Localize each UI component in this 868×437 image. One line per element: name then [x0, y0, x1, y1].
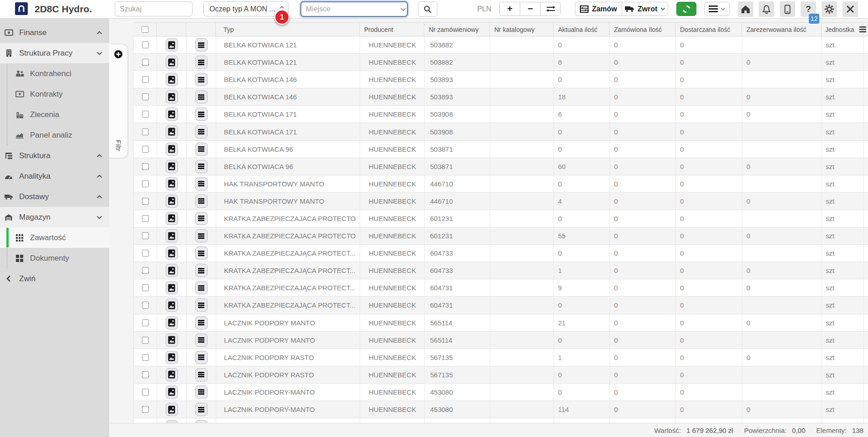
- column-header-dostarczana-ilosc[interactable]: Dostarczana ilość: [675, 23, 742, 36]
- row-checkbox[interactable]: [142, 319, 149, 326]
- row-image-button[interactable]: [166, 38, 178, 51]
- row-menu-button[interactable]: [195, 403, 208, 416]
- table-row[interactable]: BELKA KOTWIACA 171 HUENNEBECK 503908 6 0…: [134, 106, 868, 123]
- table-row[interactable]: BELKA KOTWIACA 121 HUENNEBECK 503882 0 0…: [134, 36, 868, 54]
- row-image-button[interactable]: [166, 56, 178, 69]
- order-button[interactable]: Zamów: [575, 2, 622, 16]
- row-checkbox[interactable]: [142, 284, 149, 291]
- table-row[interactable]: BELKA KOTWIACA 146 HUENNEBECK 503893 0 0…: [134, 71, 868, 88]
- sidebar-item-dokumenty[interactable]: Dokumenty: [0, 248, 109, 268]
- row-image-button[interactable]: [166, 90, 178, 103]
- row-checkbox[interactable]: [142, 389, 149, 396]
- sidebar-collapse[interactable]: Zwiń: [0, 268, 109, 289]
- table-row[interactable]: KRATKA ZABEZPIECZAJACA PROTECTO HUENNEBE…: [134, 210, 868, 227]
- column-header-nr-zamowieniowy[interactable]: Nr zamówieniowy: [424, 23, 490, 36]
- sidebar-item-kontrakty[interactable]: Kontrakty: [0, 84, 109, 104]
- row-menu-button[interactable]: [195, 298, 208, 312]
- row-image-button[interactable]: [166, 125, 178, 139]
- row-checkbox[interactable]: [142, 180, 149, 187]
- row-checkbox[interactable]: [142, 76, 149, 83]
- row-image-button[interactable]: [166, 177, 178, 190]
- select-all-checkbox[interactable]: [142, 26, 148, 33]
- mobile-button[interactable]: [780, 1, 795, 17]
- row-menu-button[interactable]: [195, 334, 208, 347]
- place-input[interactable]: [306, 5, 400, 13]
- row-checkbox[interactable]: [142, 406, 149, 413]
- table-row[interactable]: KRATKA ZABEZPIECZAJĄCA PROTECT... HUENNE…: [134, 262, 868, 279]
- row-image-button[interactable]: [166, 160, 178, 173]
- row-menu-button[interactable]: [195, 368, 208, 381]
- row-checkbox[interactable]: [142, 302, 149, 308]
- row-menu-button[interactable]: [195, 108, 208, 121]
- row-menu-button[interactable]: [195, 247, 208, 260]
- table-row[interactable]: LACZNIK PODPORY-MANTO HUENNEBECK 453080 …: [134, 384, 868, 401]
- sidebar-item-kontrahenci[interactable]: Kontrahenci: [0, 63, 109, 84]
- row-image-button[interactable]: [166, 281, 178, 294]
- table-row[interactable]: LACZNIK PODPORY MANTO HUENNEBECK 565114 …: [134, 314, 868, 332]
- row-image-button[interactable]: [166, 73, 178, 86]
- sidebar-item-dostawy[interactable]: Dostawy: [0, 186, 109, 207]
- row-menu-button[interactable]: [195, 73, 208, 86]
- row-checkbox[interactable]: [142, 337, 149, 344]
- table-row[interactable]: BELKA KOTWIACA 171 HUENNEBECK 503908 0 0…: [134, 123, 868, 140]
- row-checkbox[interactable]: [142, 59, 149, 66]
- column-header-nr-katalogowy[interactable]: Nr katalogowy: [490, 23, 553, 36]
- column-header-producent[interactable]: Producent: [360, 23, 424, 36]
- sidebar-item-struktura-pracy[interactable]: Struktura Pracy: [0, 43, 109, 63]
- row-image-button[interactable]: [166, 351, 178, 364]
- row-checkbox[interactable]: [142, 215, 149, 222]
- row-image-button[interactable]: [166, 229, 178, 242]
- row-checkbox[interactable]: [142, 232, 149, 239]
- sidebar-item-zawartosc[interactable]: Zawartość: [0, 227, 109, 248]
- row-checkbox[interactable]: [142, 129, 149, 135]
- row-image-button[interactable]: [166, 316, 178, 329]
- row-image-button[interactable]: [166, 368, 178, 381]
- table-row[interactable]: KRATKA ZABEZPIECZAJĄCA PROTECT... HUENNE…: [134, 279, 868, 297]
- column-header-zamowiona-ilosc[interactable]: Zamówiona Ilość: [609, 23, 675, 36]
- row-image-button[interactable]: [166, 195, 178, 208]
- table-row[interactable]: KRATKA ZABEZPIECZAJĄCA PROTECT... HUENNE…: [134, 297, 868, 314]
- row-menu-button[interactable]: [195, 212, 208, 225]
- chevron-down-icon[interactable]: [400, 7, 406, 11]
- row-menu-button[interactable]: [195, 38, 208, 51]
- notifications-button[interactable]: [759, 1, 774, 17]
- sidebar-item-finanse[interactable]: Finanse: [0, 22, 109, 43]
- table-row[interactable]: BELKA KOTWIACA 121 HUENNEBECK 503882 8 0…: [134, 54, 868, 71]
- column-chooser-icon[interactable]: [859, 26, 866, 32]
- table-row[interactable]: [134, 418, 868, 423]
- row-menu-button[interactable]: [195, 177, 208, 190]
- row-checkbox[interactable]: [142, 371, 149, 378]
- row-image-button[interactable]: [166, 108, 178, 121]
- table-row[interactable]: BELKA KOTWIACA 96 HUENNEBECK 503871 0 0 …: [134, 141, 868, 158]
- row-menu-button[interactable]: [195, 160, 208, 173]
- row-checkbox[interactable]: [142, 267, 149, 274]
- table-row[interactable]: BELKA KOTWIACA 96 HUENNEBECK 503871 60 0…: [134, 158, 868, 175]
- row-menu-button[interactable]: [195, 229, 208, 242]
- table-row[interactable]: LACZNIK PODPORY MANTO HUENNEBECK 565114 …: [134, 332, 868, 349]
- filter-panel-tab[interactable]: Filtr: [109, 44, 128, 158]
- row-menu-button[interactable]: [195, 90, 208, 103]
- row-menu-button[interactable]: [195, 195, 208, 208]
- place-filter-combo[interactable]: [300, 1, 408, 17]
- row-image-button[interactable]: [166, 264, 178, 277]
- sidebar-item-struktura[interactable]: Struktura: [0, 145, 109, 166]
- row-checkbox[interactable]: [142, 41, 149, 48]
- row-image-button[interactable]: [166, 143, 178, 156]
- row-image-button[interactable]: [166, 298, 178, 312]
- row-menu-button[interactable]: [195, 143, 208, 156]
- return-button[interactable]: Zwrot: [622, 2, 668, 16]
- close-button[interactable]: [843, 1, 858, 17]
- refresh-button[interactable]: [676, 2, 696, 16]
- column-header-zarezerwowana-ilosc[interactable]: Zarezerwowana ilość: [742, 23, 822, 36]
- row-checkbox[interactable]: [142, 111, 149, 118]
- table-row[interactable]: HAK TRANSPORTOWY MANTO HUENNEBECK 446710…: [134, 193, 868, 210]
- row-image-button[interactable]: [166, 247, 178, 260]
- column-header-typ[interactable]: Typ: [216, 23, 360, 36]
- table-row[interactable]: HAK TRANSPORTOWY MANTO HUENNEBECK 446710…: [134, 175, 868, 193]
- row-checkbox[interactable]: [142, 250, 149, 257]
- row-checkbox[interactable]: [142, 198, 149, 205]
- row-menu-button[interactable]: [195, 264, 208, 277]
- row-menu-button[interactable]: [195, 386, 208, 399]
- home-button[interactable]: [738, 1, 753, 17]
- add-button[interactable]: +: [499, 2, 520, 16]
